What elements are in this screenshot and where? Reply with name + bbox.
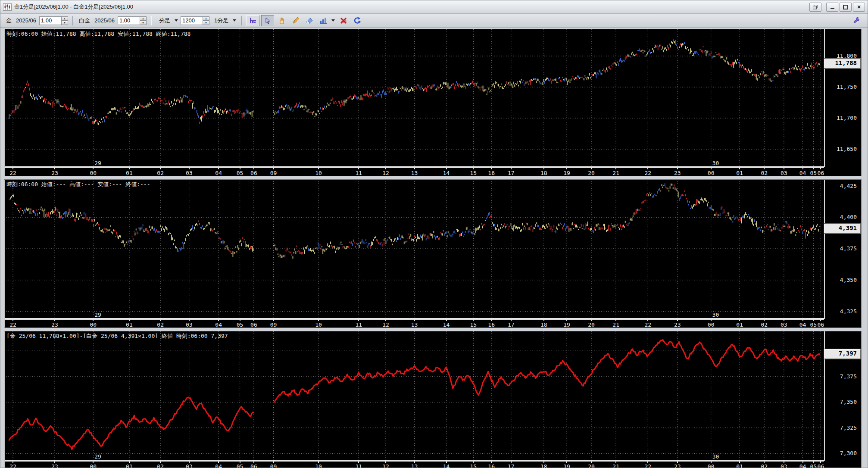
x-tick-mark xyxy=(358,167,359,169)
bar-count-spinner[interactable]: ▲▼ xyxy=(181,16,209,25)
refresh-button[interactable]: R xyxy=(351,16,363,26)
wrench-settings-icon xyxy=(852,16,861,25)
x-tick-mark xyxy=(358,319,359,321)
spin-down-icon[interactable]: ▼ xyxy=(61,21,68,25)
x-tick-mark xyxy=(473,319,474,321)
x-tick-mark xyxy=(784,319,784,321)
platinum-price-axis: 4,3254,3504,3754,4004,4254,391 xyxy=(824,180,861,319)
y-axis-label: 7,325 xyxy=(840,424,857,431)
y-axis-label: 4,375 xyxy=(840,245,857,252)
app-candlestick-icon xyxy=(3,3,12,11)
x-tick-mark xyxy=(566,461,567,463)
y-axis-label: 11,700 xyxy=(837,115,857,121)
platinum-multiplier-input[interactable] xyxy=(118,16,140,25)
y-axis-label: 11,800 xyxy=(837,53,857,59)
settings-button[interactable] xyxy=(850,15,862,25)
x-tick-mark xyxy=(802,167,803,169)
x-axis-label: 23 xyxy=(51,321,58,328)
x-tick-mark xyxy=(253,461,254,463)
x-tick-mark xyxy=(240,461,240,463)
cursor-tool-button[interactable] xyxy=(261,15,274,26)
gold-price-axis: 11,65011,70011,75011,80011,788 xyxy=(824,29,861,167)
x-axis-label: 10 xyxy=(315,170,322,176)
x-tick-mark xyxy=(677,319,678,321)
x-axis-label: 06 xyxy=(818,463,824,468)
x-axis-label: 09 xyxy=(270,463,277,468)
x-axis-label: 23 xyxy=(674,463,681,468)
spin-up-icon[interactable]: ▲ xyxy=(203,16,209,21)
x-axis-label: 05 xyxy=(810,463,817,468)
chart-mode-icon xyxy=(249,17,257,25)
x-axis-label: 00 xyxy=(90,463,97,468)
gold-multiplier-spinner[interactable]: ▲▼ xyxy=(39,16,68,25)
x-axis-label: 10 xyxy=(315,321,322,328)
title-bar: 金1分足[2025/06]1.00 - 白金1分足[2025/06]1.00 × xyxy=(0,0,868,14)
x-tick-mark xyxy=(739,461,740,463)
x-axis-label: 02 xyxy=(761,463,768,468)
y-axis-label: 7,375 xyxy=(840,373,857,380)
app-window: 金1分足[2025/06]1.00 - 白金1分足[2025/06]1.00 ×… xyxy=(0,0,868,468)
gold-multiplier-input[interactable] xyxy=(39,16,61,25)
interval-dropdown[interactable]: 1分足 xyxy=(212,17,236,25)
minimize-button[interactable] xyxy=(826,3,838,12)
x-tick-mark xyxy=(160,167,161,169)
x-axis-label: 23 xyxy=(51,170,58,176)
spin-up-icon[interactable]: ▲ xyxy=(61,16,68,21)
spread-plot[interactable]: [金 25/06 11,788×1.00]-[白金 25/06 4,391×1.… xyxy=(4,331,824,461)
spread-chart-panel: [金 25/06 11,788×1.00]-[白金 25/06 4,391×1.… xyxy=(4,331,862,468)
close-button[interactable]: × xyxy=(853,3,865,12)
x-tick-mark xyxy=(129,167,130,169)
y-axis-label: 4,350 xyxy=(840,277,857,283)
x-tick-mark xyxy=(253,167,254,169)
maximize-button[interactable] xyxy=(840,3,852,12)
x-axis-label: 19 xyxy=(563,463,570,468)
x-axis-label: 16 xyxy=(488,170,495,176)
x-tick-mark xyxy=(240,319,240,321)
hand-pan-button[interactable] xyxy=(276,16,288,26)
x-tick-mark xyxy=(764,461,765,463)
x-axis-label: 14 xyxy=(443,170,450,176)
pencil-draw-button[interactable] xyxy=(290,16,302,26)
x-axis-label: 17 xyxy=(508,321,515,328)
x-tick-mark xyxy=(711,319,712,321)
bar-chart-options-dropdown[interactable] xyxy=(329,19,335,22)
x-axis-label: 02 xyxy=(761,321,768,328)
x-tick-mark xyxy=(813,167,814,169)
x-tick-mark xyxy=(647,461,648,463)
bar-chart-button[interactable] xyxy=(317,16,329,26)
x-tick-mark xyxy=(543,167,544,169)
x-axis-label: 11 xyxy=(355,463,362,468)
platinum-plot[interactable]: 時刻:06:00 始値:--- 高値:--- 安値:--- 終値:--- 293… xyxy=(4,180,824,319)
x-tick-mark xyxy=(189,319,190,321)
x-axis-label: 05 xyxy=(810,321,817,328)
x-axis-label: 22 xyxy=(644,463,651,468)
x-axis-label: 12 xyxy=(382,321,389,328)
x-tick-mark xyxy=(647,167,648,169)
chevron-down-icon xyxy=(331,19,335,22)
chevron-down-icon xyxy=(233,19,236,22)
spread-price-axis: 7,3007,3257,3507,3757,4007,397 xyxy=(824,331,861,461)
gold-plot[interactable]: 時刻:06:00 始値:11,788 高値:11,788 安値:11,788 終… xyxy=(4,29,824,167)
bar-count-input[interactable] xyxy=(181,16,203,25)
x-tick-mark xyxy=(739,167,740,169)
day-label: 29 xyxy=(94,312,101,318)
bar-type-dropdown[interactable]: 分足 xyxy=(157,17,178,25)
spin-down-icon[interactable]: ▼ xyxy=(140,21,147,25)
x-tick-mark xyxy=(591,319,592,321)
eraser-button[interactable] xyxy=(303,16,315,26)
x-tick-mark xyxy=(491,167,492,169)
spin-up-icon[interactable]: ▲ xyxy=(140,16,147,21)
x-tick-mark xyxy=(446,167,447,169)
platinum-time-axis: 2223000102030405060910111213141516171819… xyxy=(4,319,824,328)
duplicate-window-button[interactable] xyxy=(809,3,821,12)
y-axis-label: 7,350 xyxy=(840,399,857,405)
x-axis-label: 12 xyxy=(382,463,389,468)
spread-time-axis: 2223000102030405060910111213141516171819… xyxy=(4,461,824,468)
hand-pan-icon xyxy=(278,17,286,25)
delete-chart-button[interactable] xyxy=(337,16,350,26)
chart-mode-button[interactable] xyxy=(247,15,259,26)
spin-down-icon[interactable]: ▼ xyxy=(203,21,209,25)
x-axis-label: 01 xyxy=(736,321,743,328)
platinum-multiplier-spinner[interactable]: ▲▼ xyxy=(118,16,147,25)
x-axis-label: 01 xyxy=(126,321,133,328)
